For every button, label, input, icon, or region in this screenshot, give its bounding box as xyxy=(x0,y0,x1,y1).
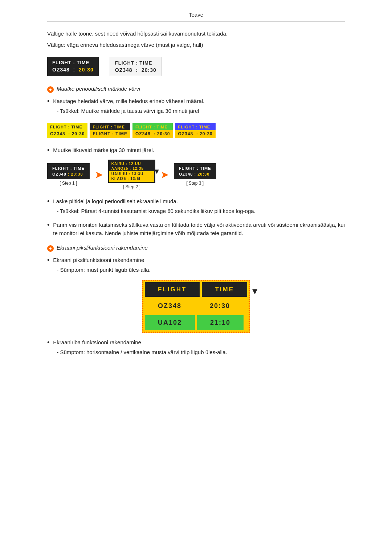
bullet-5-text: Ekraani pikslifunktsiooni rakendamine xyxy=(53,257,144,263)
cycle-box-4-header: FLIGHT : TIME xyxy=(175,123,215,130)
light-oz348: OZ348 xyxy=(115,67,132,73)
flight-box-dark: FLIGHT : TIME OZ348 : 20:30 xyxy=(47,57,99,76)
bullet-item-6: • Ekraaniriba funktsiooni rakendamine - … xyxy=(47,338,345,359)
light-time: 20:30 xyxy=(142,67,156,73)
lft-row2-col1: UA102 xyxy=(145,315,195,330)
orange-dot-section-1: Muutke perioodiliselt märkide värvi xyxy=(47,86,345,93)
step1-data: OZ348 : 20:30 xyxy=(52,172,85,176)
bullet-item-3: • Laske piltidel ja logol perioodiliselt… xyxy=(47,197,345,218)
orange-dot-icon-2 xyxy=(47,245,54,252)
cycle-box-4-data: OZ348 : 20:30 xyxy=(175,130,215,138)
intro-line1: Vältige halle toone, sest need võivad hõ… xyxy=(47,30,345,38)
step2-row1: KAI/IU : 12:UU xyxy=(109,161,154,166)
step2-row4: KI AI25 : 13:5I xyxy=(109,176,154,182)
lft-row1: OZ348 20:30 xyxy=(145,299,247,313)
cycle-box-2-data: FLIGHT : TIME xyxy=(90,130,130,138)
dark-sep: : xyxy=(72,67,79,73)
step2-down-arrow: ▼ xyxy=(153,167,160,176)
flight-demo-boxes: FLIGHT : TIME OZ348 : 20:30 FLIGHT : TIM… xyxy=(47,57,345,76)
lft-inner: FLIGHT TIME OZ348 20:30 UA102 21:10 xyxy=(142,280,250,333)
flight-box-light: FLIGHT : TIME OZ348 : 20:30 xyxy=(110,57,162,76)
cycle-box-1-data: OZ348 : 20:30 xyxy=(47,130,87,138)
step2-row2: AANQ25 : 12:35 xyxy=(109,166,154,171)
bullet-4-dot: • xyxy=(47,221,49,229)
cycle-box-3: FLIGHT : TIME OZ348 : 20:30 xyxy=(132,123,173,138)
step2-row3: UAUI IU : 13:3U xyxy=(109,171,154,176)
step1-box: FLIGHT : TIME OZ348 : 20:30 [ Step 1 ] xyxy=(47,163,90,186)
light-box-data: OZ348 : 20:30 xyxy=(115,67,156,73)
step1-header: FLIGHT : TIME xyxy=(52,166,85,171)
bullet-item-1: • Kasutage heledaid värve, mille heledus… xyxy=(47,97,345,118)
cycle-box-4: FLIGHT : TIME OZ348 : 20:30 xyxy=(175,123,215,138)
bullet-2-content: Muutke liikuvaid märke iga 30 minuti jär… xyxy=(53,146,154,155)
section2-dot-text: Ekraani pikslifunktsiooni rakendamine xyxy=(57,245,148,251)
lft-row2-col2: 21:10 xyxy=(197,315,244,330)
bullet-4-text: Parim viis monitori kaitsmiseks säilkuva… xyxy=(53,222,345,236)
cycle-box-2-header: FLIGHT : TIME xyxy=(90,123,130,130)
lft-row2: UA102 21:10 xyxy=(145,315,247,330)
bullet-item-4: • Parim viis monitori kaitsmiseks säilku… xyxy=(47,221,345,237)
lft-header-row: FLIGHT TIME xyxy=(145,282,247,297)
cycle-box-1: FLIGHT : TIME OZ348 : 20:30 xyxy=(47,123,87,138)
step3-header: FLIGHT : TIME xyxy=(179,166,211,171)
bullet-3-sub: - Tsükkel: Pärast 4-tunnist kasutamist k… xyxy=(57,207,256,216)
page-title: Teave xyxy=(189,12,203,18)
bullet-item-5: • Ekraani pikslifunktsiooni rakendamine … xyxy=(47,256,345,277)
bullet-6-content: Ekraaniriba funktsiooni rakendamine - Sü… xyxy=(53,338,227,359)
section1-dot-text: Muutke perioodiliselt märkide värvi xyxy=(57,86,140,92)
bullet-5-content: Ekraani pikslifunktsiooni rakendamine - … xyxy=(53,256,150,277)
bullet-5-dot: • xyxy=(47,256,49,264)
step1-label: [ Step 1 ] xyxy=(60,181,77,186)
arrow-2: ➤ xyxy=(160,169,169,181)
step3-box: FLIGHT : TIME OZ348 : 20:30 [ Step 3 ] xyxy=(174,163,216,186)
dark-box-data: OZ348 : 20:30 xyxy=(52,67,94,73)
cycle-box-3-data: OZ348 : 20:30 xyxy=(132,130,173,138)
bullet-2-dot: • xyxy=(47,146,49,155)
lft-col1-header: FLIGHT xyxy=(145,282,200,297)
bullet-3-dot: • xyxy=(47,197,49,206)
light-box-header: FLIGHT : TIME xyxy=(115,60,156,66)
arrow-1: ➤ xyxy=(95,169,103,181)
bullet-6-dot: • xyxy=(47,338,49,347)
orange-dot-section-2: Ekraani pikslifunktsiooni rakendamine xyxy=(47,245,345,252)
step3-label: [ Step 3 ] xyxy=(186,181,204,186)
dark-box-header: FLIGHT : TIME xyxy=(52,60,94,65)
bullet-5-sub: - Sümptom: must punkt liigub üles-alla. xyxy=(57,266,150,274)
large-flight-table: FLIGHT TIME OZ348 20:30 UA102 21:10 ▼ xyxy=(142,280,250,333)
cycle-box-3-header: FLIGHT : TIME xyxy=(132,123,173,130)
bullet-1-sub: - Tsükkel: Muutke märkide ja tausta värv… xyxy=(57,107,204,115)
step3-data: OZ348 : 20:30 xyxy=(179,172,211,176)
bullet-1-dot: • xyxy=(47,97,49,106)
dark-oz348: OZ348 xyxy=(52,67,70,73)
cycle-box-2: FLIGHT : TIME FLIGHT : TIME xyxy=(90,123,130,138)
large-flight-table-wrapper: FLIGHT TIME OZ348 20:30 UA102 21:10 ▼ xyxy=(47,280,345,333)
bullet-4-content: Parim viis monitori kaitsmiseks säilkuva… xyxy=(53,221,345,237)
step1-display: FLIGHT : TIME OZ348 : 20:30 xyxy=(47,163,90,179)
bullet-3-content: Laske piltidel ja logol perioodiliselt e… xyxy=(53,197,256,218)
bottom-rule xyxy=(47,374,345,374)
intro-line2: Vältige: väga erineva heledusastmega vär… xyxy=(47,41,345,49)
step2-box: KAI/IU : 12:UU AANQ25 : 12:35 UAUI IU : … xyxy=(108,160,155,189)
lft-col2-header: TIME xyxy=(202,282,247,297)
lft-row1-col2: 20:30 xyxy=(197,299,243,313)
lft-down-arrow: ▼ xyxy=(250,286,259,296)
cycling-strip: FLIGHT : TIME OZ348 : 20:30 FLIGHT : TIM… xyxy=(47,123,345,138)
cycle-box-1-header: FLIGHT : TIME xyxy=(47,123,87,130)
orange-dot-icon xyxy=(47,86,54,93)
bullet-3-text: Laske piltidel ja logol perioodiliselt e… xyxy=(53,198,178,204)
bullet-2-text: Muutke liikuvaid märke iga 30 minuti jär… xyxy=(53,147,154,153)
bullet-1-content: Kasutage heledaid värve, mille heledus e… xyxy=(53,97,204,118)
bullet-1-text: Kasutage heledaid värve, mille heledus e… xyxy=(53,98,204,104)
lft-row1-col1: OZ348 xyxy=(145,299,195,313)
bullet-6-text: Ekraaniriba funktsiooni rakendamine xyxy=(53,339,141,345)
dark-time: 20:30 xyxy=(79,67,94,73)
step2-label: [ Step 2 ] xyxy=(123,184,140,189)
moving-signs-strip: FLIGHT : TIME OZ348 : 20:30 [ Step 1 ] ➤… xyxy=(47,160,345,189)
light-sep: : xyxy=(134,67,142,73)
bullet-6-sub: - Sümptom: horisontaalne / vertikaalne m… xyxy=(57,348,227,357)
step3-display: FLIGHT : TIME OZ348 : 20:30 xyxy=(174,163,216,179)
bullet-item-2: • Muutke liikuvaid märke iga 30 minuti j… xyxy=(47,146,345,155)
